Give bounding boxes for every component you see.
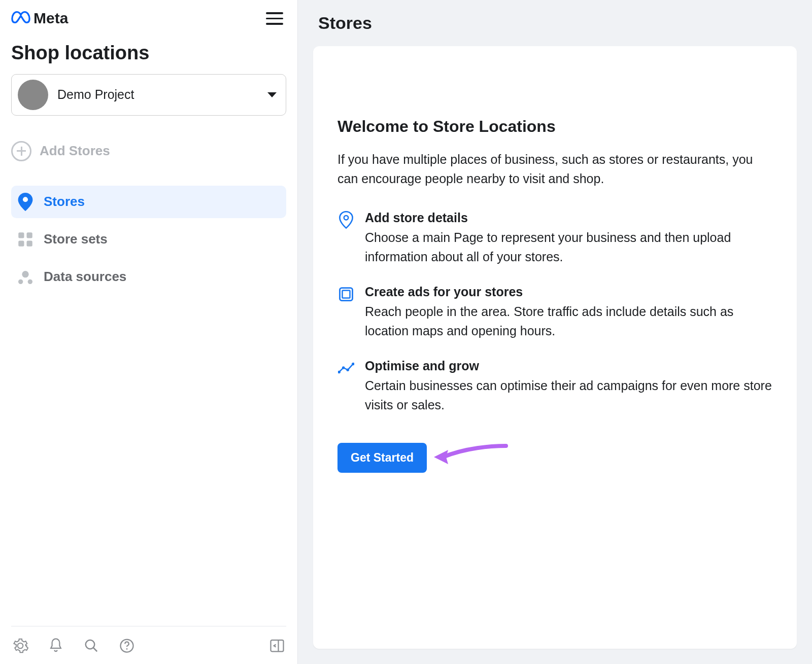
gear-icon <box>12 638 28 654</box>
brand-name: Meta <box>33 10 68 27</box>
feature-desc: Choose a main Page to represent your bus… <box>365 228 772 266</box>
svg-point-7 <box>28 279 32 284</box>
help-icon <box>119 638 134 653</box>
bell-icon <box>48 638 63 654</box>
feature-title: Create ads for your stores <box>365 285 772 299</box>
nav-list: Stores Store sets Data sources <box>11 186 286 293</box>
welcome-intro: If you have multiple places of business,… <box>337 150 772 188</box>
settings-button[interactable] <box>11 637 29 655</box>
svg-point-19 <box>346 368 349 371</box>
grid-icon <box>16 230 35 249</box>
get-started-button[interactable]: Get Started <box>337 443 427 473</box>
feature-title: Add store details <box>365 211 772 225</box>
feature-desc: Certain businesses can optimise their ad… <box>365 376 772 414</box>
svg-rect-16 <box>343 291 350 298</box>
notifications-button[interactable] <box>47 637 65 655</box>
search-button[interactable] <box>82 637 100 655</box>
svg-line-9 <box>93 648 97 652</box>
chevron-down-icon <box>267 92 277 97</box>
feature-title: Optimise and grow <box>365 359 772 373</box>
main-header: Stores <box>298 0 812 46</box>
meta-logo-icon <box>11 11 30 26</box>
svg-point-11 <box>126 648 128 650</box>
pin-outline-icon <box>337 212 355 229</box>
annotation-arrow-icon <box>430 442 511 474</box>
sidebar: Meta Shop locations Demo Project Add Sto… <box>0 0 297 664</box>
svg-rect-12 <box>271 640 284 652</box>
sidebar-item-store-sets[interactable]: Store sets <box>11 223 286 256</box>
svg-rect-3 <box>18 240 24 246</box>
svg-point-5 <box>22 271 28 277</box>
sidebar-item-label: Store sets <box>44 231 108 247</box>
svg-rect-2 <box>27 232 32 238</box>
brand[interactable]: Meta <box>11 10 68 27</box>
bottom-toolbar <box>11 626 286 655</box>
panel-toggle-button[interactable] <box>268 637 286 655</box>
svg-point-6 <box>18 279 23 284</box>
main: Stores Welcome to Store Locations If you… <box>297 0 812 664</box>
welcome-title: Welcome to Store Locations <box>337 117 772 136</box>
sidebar-header: Meta <box>11 9 286 28</box>
add-stores-label: Add Stores <box>40 143 110 159</box>
svg-rect-4 <box>27 240 32 246</box>
feature-optimise-grow: Optimise and grow Certain businesses can… <box>337 359 772 414</box>
avatar <box>18 80 48 110</box>
help-button[interactable] <box>118 637 136 655</box>
sidebar-item-label: Data sources <box>44 269 126 285</box>
svg-point-0 <box>23 197 28 202</box>
growth-chart-icon <box>337 360 355 377</box>
search-icon <box>84 638 99 653</box>
data-sources-icon <box>16 268 35 286</box>
feature-add-store-details: Add store details Choose a main Page to … <box>337 211 772 266</box>
sidebar-title: Shop locations <box>11 42 286 64</box>
svg-point-8 <box>86 640 95 649</box>
plus-circle-icon <box>11 141 31 161</box>
sidebar-item-data-sources[interactable]: Data sources <box>11 261 286 293</box>
sidebar-item-stores[interactable]: Stores <box>11 186 286 218</box>
feature-desc: Reach people in the area. Store traffic … <box>365 302 772 340</box>
panel-icon <box>269 638 285 653</box>
svg-rect-1 <box>18 232 24 238</box>
welcome-card: Welcome to Store Locations If you have m… <box>313 46 797 649</box>
svg-point-18 <box>342 366 345 369</box>
ad-creative-icon <box>337 286 355 303</box>
feature-create-ads: Create ads for your stores Reach people … <box>337 285 772 340</box>
project-name: Demo Project <box>57 87 258 102</box>
pin-icon <box>16 193 35 211</box>
sidebar-item-label: Stores <box>44 194 85 209</box>
menu-button[interactable] <box>263 9 286 28</box>
svg-point-14 <box>344 216 348 220</box>
add-stores-button[interactable]: Add Stores <box>11 138 286 164</box>
project-selector[interactable]: Demo Project <box>11 74 286 116</box>
page-title: Stores <box>318 13 792 33</box>
hamburger-icon <box>266 12 283 14</box>
